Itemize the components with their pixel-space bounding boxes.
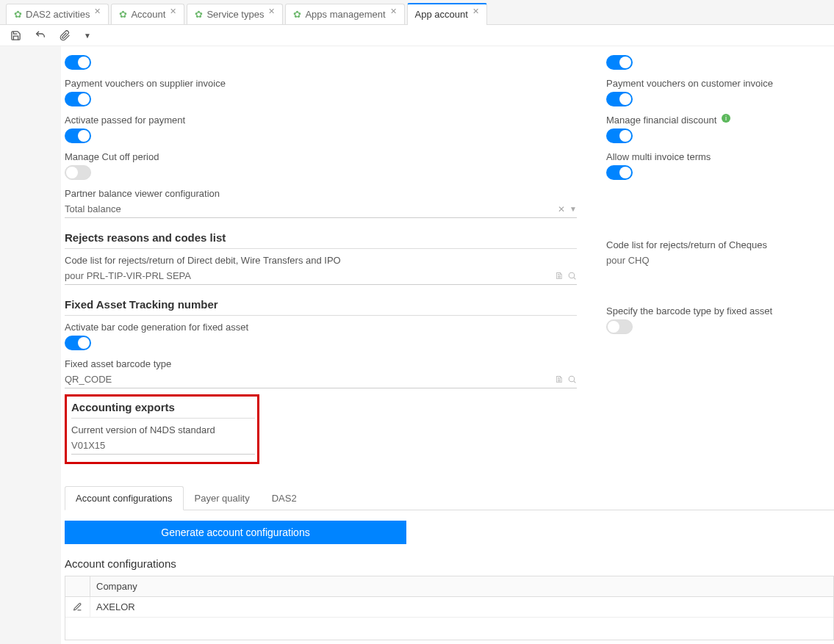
- label-payment-vouchers-customer: Payment vouchers on customer invoice: [606, 78, 834, 89]
- info-icon[interactable]: i: [722, 114, 730, 123]
- svg-line-1: [574, 278, 575, 279]
- label-n4ds: Current version of N4DS standard: [71, 424, 253, 435]
- label-payment-vouchers-supplier: Payment vouchers on supplier invoice: [65, 78, 577, 89]
- lookup-barcode-type[interactable]: QR_CODE 🗎: [65, 371, 577, 388]
- top-tabs-bar: ✿ DAS2 activities ✕ ✿ Account ✕ ✿ Servic…: [0, 0, 834, 25]
- sub-tab-account-configurations[interactable]: Account configurations: [65, 486, 184, 510]
- toggle-allow-multi-invoice[interactable]: [606, 165, 633, 180]
- attachment-icon[interactable]: [60, 30, 71, 41]
- edit-icon[interactable]: [65, 597, 90, 617]
- tab-app-account[interactable]: App account ✕: [407, 3, 487, 25]
- content-area: Payment vouchers on supplier invoice Act…: [61, 46, 834, 644]
- table-row[interactable]: AXELOR: [65, 597, 833, 618]
- tab-label: DAS2 activities: [26, 9, 90, 20]
- toggle-manage-cut-off[interactable]: [65, 165, 91, 180]
- tab-label: Account: [131, 9, 165, 20]
- gear-icon: ✿: [195, 9, 203, 20]
- toggle-payment-vouchers-supplier[interactable]: [65, 92, 91, 106]
- search-icon[interactable]: [567, 271, 577, 281]
- label-rejects-direct-debit: Code list for rejects/return of Direct d…: [65, 255, 577, 266]
- label-allow-multi-invoice: Allow multi invoice terms: [606, 151, 834, 162]
- label-manage-financial-discount: Manage financial discount i: [606, 115, 834, 126]
- select-partner-balance[interactable]: Total balance ✕ ▼: [65, 200, 577, 218]
- col-company: Company: [90, 576, 833, 596]
- label-barcode-type: Fixed asset barcode type: [65, 358, 577, 369]
- sub-tab-payer-quality[interactable]: Payer quality: [184, 486, 261, 510]
- toggle-specify-barcode[interactable]: [606, 319, 633, 334]
- close-icon[interactable]: ✕: [94, 7, 101, 16]
- lookup-value: QR_CODE: [65, 374, 552, 385]
- tab-label: Apps management: [305, 9, 385, 20]
- label-specify-barcode: Specify the barcode type by fixed asset: [606, 305, 834, 316]
- toggle-activate-barcode[interactable]: [65, 336, 91, 350]
- section-rejects-reasons: Rejects reasons and codes list: [65, 231, 577, 249]
- sub-tabs: Account configurations Payer quality DAS…: [65, 486, 834, 510]
- gear-icon: ✿: [293, 9, 301, 20]
- chevron-down-icon[interactable]: ▼: [84, 32, 91, 40]
- label-activate-barcode: Activate bar code generation for fixed a…: [65, 322, 577, 333]
- tab-account[interactable]: ✿ Account ✕: [111, 4, 184, 24]
- lookup-value: pour PRL-TIP-VIR-PRL SEPA: [65, 270, 552, 281]
- label-partner-balance: Partner balance viewer configuration: [65, 188, 577, 199]
- tab-label: App account: [415, 9, 468, 20]
- tab-das2-activities[interactable]: ✿ DAS2 activities ✕: [6, 4, 109, 24]
- tab-apps-management[interactable]: ✿ Apps management ✕: [285, 4, 404, 24]
- gear-icon: ✿: [119, 9, 127, 20]
- highlight-accounting-exports: Accounting exports Current version of N4…: [65, 394, 259, 464]
- svg-point-0: [569, 272, 575, 278]
- input-n4ds-version[interactable]: V01X15: [71, 437, 255, 455]
- svg-point-2: [569, 376, 575, 382]
- select-value: Total balance: [65, 203, 558, 214]
- tab-service-types[interactable]: ✿ Service types ✕: [187, 4, 283, 24]
- close-icon[interactable]: ✕: [268, 7, 275, 16]
- lookup-rejects-direct-debit[interactable]: pour PRL-TIP-VIR-PRL SEPA 🗎: [65, 267, 577, 285]
- label-manage-cut-off: Manage Cut off period: [65, 151, 577, 162]
- document-icon[interactable]: 🗎: [555, 374, 564, 385]
- document-icon[interactable]: 🗎: [555, 270, 564, 281]
- section-accounting-exports: Accounting exports: [71, 401, 255, 419]
- toggle-unknown-1[interactable]: [65, 55, 91, 70]
- heading-account-configurations: Account configurations: [65, 557, 834, 570]
- close-icon[interactable]: ✕: [472, 7, 479, 16]
- generate-account-configurations-button[interactable]: Generate account configurations: [65, 521, 406, 544]
- gear-icon: ✿: [14, 9, 22, 20]
- chevron-down-icon[interactable]: ▼: [569, 205, 577, 213]
- save-icon[interactable]: [10, 30, 21, 41]
- toggle-unknown-2[interactable]: [606, 55, 633, 70]
- tab-label: Service types: [206, 9, 264, 20]
- close-icon[interactable]: ✕: [390, 7, 397, 16]
- search-icon[interactable]: [567, 375, 577, 384]
- cell-company: AXELOR: [90, 597, 833, 617]
- clear-icon[interactable]: ✕: [558, 204, 565, 214]
- close-icon[interactable]: ✕: [170, 7, 176, 16]
- toggle-payment-vouchers-customer[interactable]: [606, 92, 633, 106]
- toolbar: ▼: [0, 25, 834, 46]
- table-account-configurations: Company AXELOR: [65, 576, 834, 640]
- lookup-value: pour CHQ: [606, 255, 834, 266]
- undo-icon[interactable]: [35, 29, 46, 41]
- toggle-manage-financial-discount[interactable]: [606, 129, 633, 143]
- lookup-rejects-cheques[interactable]: pour CHQ: [606, 252, 834, 269]
- sub-tab-das2[interactable]: DAS2: [261, 486, 308, 510]
- left-gutter: [0, 46, 61, 644]
- label-rejects-cheques: Code list for rejects/return of Cheques: [606, 239, 834, 250]
- table-header: Company: [65, 576, 833, 597]
- section-fixed-asset: Fixed Asset Tracking number: [65, 298, 577, 316]
- toggle-activate-passed-for-payment[interactable]: [65, 129, 91, 143]
- label-activate-passed-for-payment: Activate passed for payment: [65, 115, 577, 126]
- svg-line-3: [574, 381, 575, 383]
